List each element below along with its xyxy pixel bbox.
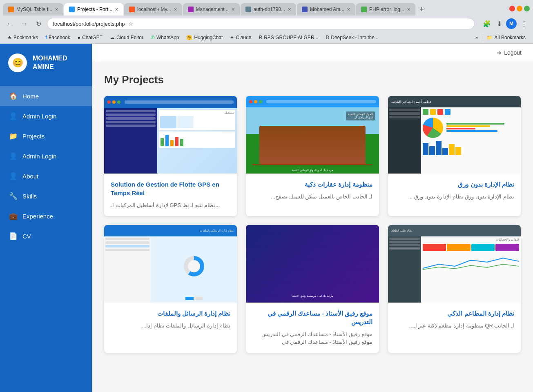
bookmark-claude[interactable]: ✦ Claude — [227, 33, 254, 42]
nav-item-cv[interactable]: 📄 CV — [0, 226, 92, 246]
project-thumb-6: نظام طلب الطعام — [388, 225, 521, 303]
bookmark-label-whatsapp: WhatsApp — [156, 35, 179, 40]
logout-button[interactable]: ➜ Logout — [497, 49, 522, 56]
project-card-3[interactable]: عظمة أحمد | اجتماعي الشائعة — [388, 96, 521, 216]
bookmark-label: Bookmarks — [13, 35, 38, 40]
downloads-button[interactable]: ⬇ — [495, 18, 504, 29]
tab-mysql[interactable]: MySQL Table f... ✕ — [3, 3, 63, 16]
project-thumb-5: برنامج رفيق الأستاذقوة الذكاء الصناعي مر… — [246, 225, 379, 303]
url-icons: ☆ — [128, 20, 134, 27]
url-bar[interactable]: localhost/portfolio/projects.php ☆ — [47, 18, 475, 29]
project-thumb-3: عظمة أحمد | اجتماعي الشائعة — [388, 96, 521, 174]
tab-close-auth[interactable]: ✕ — [288, 7, 291, 12]
maximize-window-btn[interactable] — [524, 6, 530, 11]
deepseek-icon: D — [326, 35, 330, 40]
tab-management[interactable]: Management... ✕ — [183, 3, 240, 16]
project-card-2[interactable]: الجهاز الوطني للتنميةلدى المرافق ال مرحب… — [246, 96, 379, 216]
project-desc-2: اـ الجانب الخاص بالعميل يمكن للعميل تصفح… — [252, 193, 372, 201]
nav-label-about: About — [22, 173, 38, 180]
bookmark-chatgpt[interactable]: ● ChatGPT — [74, 33, 106, 42]
tab-auth[interactable]: auth-db1790... ✕ — [241, 3, 296, 16]
bookmarks-bar: ★ Bookmarks f Facebook ● ChatGPT ☁ Cloud… — [0, 32, 533, 44]
tab-bar: MySQL Table f... ✕ Projects - Port... ✕ … — [0, 0, 533, 16]
project-info-5: موقع رفيق الأستاذ - مساعدك الرقمي في الت… — [246, 303, 379, 353]
tab-favicon-localhost — [129, 7, 135, 12]
tab-mohamed[interactable]: Mohamed Am... ✕ — [297, 3, 355, 16]
tab-localhost[interactable]: localhost / My... ✕ — [124, 3, 182, 16]
bookmark-whatsapp[interactable]: ✆ WhatsApp — [147, 33, 182, 42]
tab-close-management[interactable]: ✕ — [231, 7, 235, 12]
cv-icon: 📄 — [9, 232, 18, 241]
project-thumb-2: الجهاز الوطني للتنميةلدى المرافق ال مرحب… — [246, 96, 379, 174]
bookmark-cloudeditor[interactable]: ☁ Cloud Editor — [107, 33, 147, 42]
address-bar-actions: 🧩 ⬇ M ⋮ — [481, 18, 529, 29]
project-info-1: Solution de Gestion de Flotte GPS en Tem… — [104, 174, 237, 216]
new-tab-button[interactable]: + — [416, 4, 427, 16]
tab-projects[interactable]: Projects - Port... ✕ — [64, 3, 123, 16]
tab-close-mohamed[interactable]: ✕ — [347, 7, 350, 12]
bookmarks-more[interactable]: » — [473, 33, 481, 42]
nav-label-admin-login-1: Admin Login — [22, 113, 56, 120]
tab-favicon-projects — [69, 7, 75, 12]
logout-label: Logout — [504, 49, 522, 56]
project-card-4[interactable]: نظام إدارة الرسائل والملفات — [104, 225, 237, 353]
bookmark-label-chatgpt: ChatGPT — [82, 35, 103, 40]
extensions-button[interactable]: 🧩 — [481, 18, 493, 29]
menu-button[interactable]: ⋮ — [519, 18, 529, 29]
bookmark-deepseek[interactable]: D DeepSeek - Into the... — [323, 33, 382, 42]
bookmark-rbs[interactable]: R RBS GROUPE ALGER... — [256, 33, 322, 42]
project-info-2: منظومة إدارة عقارات ذكية اـ الجانب الخاص… — [246, 174, 379, 207]
profile-avatar[interactable]: M — [506, 18, 517, 29]
nav-item-projects[interactable]: 📁 Projects — [0, 126, 92, 146]
skills-icon: 🔧 — [9, 192, 18, 200]
tab-close-localhost[interactable]: ✕ — [174, 7, 177, 12]
nav-item-skills[interactable]: 🔧 Skills — [0, 186, 92, 206]
about-icon: 👤 — [9, 172, 18, 180]
admin-login-2-icon: 👤 — [9, 152, 18, 160]
tab-label-projects: Projects - Port... — [77, 7, 112, 12]
nav-item-experience[interactable]: 💼 Experience — [0, 206, 92, 226]
forward-button[interactable]: → — [19, 18, 30, 29]
bookmark-label-deepseek: DeepSeek - Into the... — [331, 35, 379, 40]
nav-item-home[interactable]: 🏠 Home — [0, 86, 92, 106]
bookmark-bookmarks[interactable]: ★ Bookmarks — [4, 33, 41, 42]
top-bar: ➜ Logout — [92, 44, 533, 62]
page-title: My Projects — [104, 74, 521, 86]
minimize-window-btn[interactable] — [517, 6, 522, 11]
project-card-1[interactable]: مستقبل — [104, 96, 237, 216]
nav-label-admin-login-2: Admin Login — [22, 153, 56, 160]
project-info-3: نظام الإدارة بدون ورق نظام الإدارة بدون … — [388, 174, 521, 207]
nav-item-about[interactable]: 👤 About — [0, 166, 92, 186]
tab-close-mysql[interactable]: ✕ — [55, 7, 58, 12]
main-content: ➜ Logout My Projects — [92, 44, 533, 392]
bookmark-facebook[interactable]: f Facebook — [42, 33, 74, 42]
bookmark-label-claude: Claude — [236, 35, 251, 40]
tab-close-php[interactable]: ✕ — [407, 7, 410, 12]
project-card-5[interactable]: برنامج رفيق الأستاذقوة الذكاء الصناعي مر… — [246, 225, 379, 353]
project-title-6: نظام إدارة المطاعم الذكي — [395, 309, 514, 318]
reload-button[interactable]: ↻ — [33, 18, 44, 29]
browser-chrome: MySQL Table f... ✕ Projects - Port... ✕ … — [0, 0, 533, 44]
project-card-6[interactable]: نظام طلب الطعام — [388, 225, 521, 353]
bookmark-label-facebook: Facebook — [49, 35, 70, 40]
nav-label-experience: Experience — [22, 213, 53, 220]
star-icon[interactable]: ☆ — [128, 20, 134, 27]
rbs-icon: R — [259, 35, 263, 40]
claude-icon: ✦ — [230, 35, 234, 40]
bookmark-huggingchat[interactable]: 🤗 HuggingChat — [183, 33, 226, 42]
project-desc-6: اـ الجانب QR منظومة إدارة مطعم ذكية عبر … — [395, 322, 514, 330]
tab-close-projects[interactable]: ✕ — [115, 7, 118, 12]
nav-item-admin-login-1[interactable]: 👤 Admin Login — [0, 106, 92, 126]
nav-item-admin-login-2[interactable]: 👤 Admin Login — [0, 146, 92, 166]
tab-php[interactable]: PHP error_log... ✕ — [356, 3, 415, 16]
close-window-btn[interactable] — [509, 6, 515, 11]
back-button[interactable]: ← — [4, 18, 16, 29]
tab-label-management: Management... — [196, 7, 229, 12]
tab-favicon-auth — [245, 7, 251, 12]
whatsapp-icon: ✆ — [151, 35, 155, 40]
all-bookmarks[interactable]: 📁 All Bookmarks — [483, 33, 529, 42]
nav-label-projects: Projects — [22, 133, 45, 140]
logout-icon: ➜ — [497, 49, 502, 56]
project-title-4: نظام إدارة الرسائل والملفات — [111, 309, 230, 318]
tab-label-php: PHP error_log... — [369, 7, 404, 12]
